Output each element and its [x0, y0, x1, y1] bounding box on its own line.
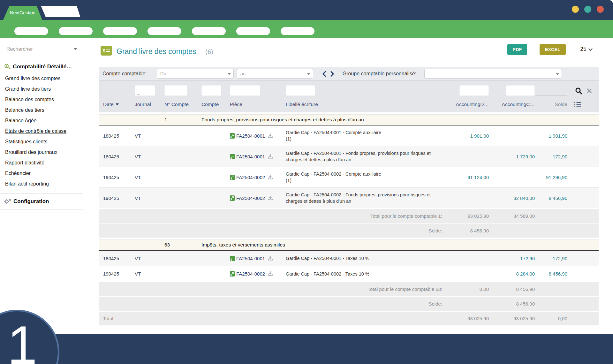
top-header-bar: NextGestion — [0, 0, 613, 20]
column-header-compte[interactable]: Compte — [201, 102, 230, 107]
search-icon[interactable] — [575, 87, 582, 95]
group-header-row: 63 Impôts, taxes et versements assimiles — [99, 239, 599, 251]
total-credit: 8 456,90 — [516, 301, 535, 307]
footer-band — [0, 334, 613, 364]
cell-solde: -172,90 — [551, 256, 567, 261]
nav-pill[interactable] — [192, 27, 226, 35]
column-header-ncompte[interactable]: N° Compte — [164, 102, 201, 107]
piece-link[interactable]: FA2504-0001 — [236, 256, 265, 261]
brand-name: NextGestion — [10, 10, 35, 15]
excel-button[interactable]: EXCEL — [540, 44, 566, 55]
table-row[interactable]: 190425 VT $ FA2504-0002 Gardie Cap - FA2… — [99, 187, 599, 208]
column-header-solde[interactable]: Solde — [555, 102, 567, 107]
cell-solde: -8 456,90 — [547, 271, 567, 277]
total-label: Total pour le compte comptable 1: — [370, 213, 447, 219]
sidebar-item-balance-des-tiers[interactable]: Balance des tiers — [0, 105, 83, 115]
libelle-filter-input[interactable] — [286, 85, 315, 96]
next-account-button[interactable] — [330, 71, 334, 77]
window-dot[interactable] — [597, 6, 604, 13]
table-groups: 1 Fonds propres, provisions pour risques… — [99, 114, 599, 311]
compte-filter-input[interactable] — [201, 85, 221, 96]
pdf-button[interactable]: PDF — [507, 44, 527, 55]
compte-comptable-label: Compte comptable: — [102, 71, 147, 77]
solde-filter-underline[interactable] — [535, 85, 567, 96]
table-row[interactable]: 180425 VT $ FA2504-0001 Gardie Cap - FA2… — [99, 251, 599, 266]
total-credit: 84 569,00 — [513, 213, 535, 219]
cell-journal: VT — [135, 175, 164, 180]
sidebar-item-brouillard-des-journaux[interactable]: Brouillard des journaux — [0, 147, 83, 157]
download-icon[interactable] — [268, 175, 273, 180]
sidebar-item--tats-de-contr-le-de-caisse[interactable]: États de contrôle de caisse — [0, 126, 83, 136]
table-row[interactable]: 180425 VT $ FA2504-0001 Gardie Cap - FA2… — [99, 125, 599, 146]
sidebar-item-ech-ancier[interactable]: Echéancier — [0, 168, 83, 178]
sidebar-item-grand-livre-des-tiers[interactable]: Grand livre des tiers — [0, 84, 83, 94]
column-header-libelle[interactable]: Libellé écriture — [286, 102, 447, 107]
sidebar-item-rapport-d-activit-[interactable]: Rapport d'activité — [0, 157, 83, 168]
table-row[interactable]: 190425 VT $ FA2504-0002 Gardie Cap - FA2… — [99, 266, 599, 281]
cell-journal: VT — [135, 256, 164, 261]
sidebar-item-bilan-actif-reporting[interactable]: Bilan actif reporting — [0, 178, 83, 189]
sidebar-item-balance-des-comptes[interactable]: Balance des comptes — [0, 94, 83, 105]
credit-filter-input[interactable] — [506, 85, 535, 96]
sort-caret-icon — [116, 103, 119, 105]
nav-pill[interactable] — [14, 27, 48, 35]
sidebar-item-statistiques-clients[interactable]: Statistiques clients — [0, 136, 83, 147]
piece-link[interactable]: FA2504-0002 — [236, 175, 265, 180]
cell-date: 190425 — [103, 175, 135, 180]
nav-pill[interactable] — [148, 27, 181, 35]
compte-to-select[interactable]: au — [237, 69, 313, 79]
piece-link[interactable]: FA2504-0001 — [236, 154, 265, 159]
cell-journal: VT — [135, 133, 164, 139]
page-number: 1 — [7, 318, 37, 364]
window-dot[interactable] — [572, 6, 579, 13]
download-icon[interactable] — [268, 133, 273, 138]
nav-pill[interactable] — [281, 27, 314, 35]
column-header-credit[interactable]: AccountingC… — [502, 102, 535, 107]
chevron-down-icon — [228, 73, 231, 75]
compte-from-select[interactable]: Du — [157, 69, 234, 79]
download-icon[interactable] — [268, 271, 273, 276]
window-dot[interactable] — [584, 6, 591, 13]
ncompte-filter-input[interactable] — [164, 85, 187, 96]
sidebar-item-balance-ag-e[interactable]: Balance Agée — [0, 115, 83, 126]
piece-link[interactable]: FA2504-0002 — [236, 195, 265, 201]
journal-filter-input[interactable]: _ — [135, 85, 155, 96]
cell-journal: VT — [135, 154, 164, 159]
piece-link[interactable]: FA2504-0002 — [236, 271, 265, 277]
download-icon[interactable] — [268, 256, 273, 261]
cell-debit: 1 901,90 — [470, 133, 489, 139]
download-icon[interactable] — [268, 154, 273, 159]
table-row[interactable]: 180425 VT $ FA2504-0001 Gardie Cap - FA2… — [99, 146, 599, 167]
nav-pill[interactable] — [59, 27, 93, 35]
cell-piece: $ FA2504-0002 — [230, 175, 286, 180]
piece-link[interactable]: FA2504-0001 — [236, 133, 265, 139]
total-label: Solde: — [428, 301, 447, 307]
clear-filter-icon[interactable] — [587, 88, 592, 93]
sidebar-item-grand-livre-des-comptes[interactable]: Grand livre des comptes — [0, 73, 83, 84]
prev-account-button[interactable] — [322, 71, 326, 77]
cell-piece: $ FA2504-0002 — [230, 271, 286, 277]
column-header-journal[interactable]: Journal — [135, 102, 164, 107]
table-row[interactable]: 190425 VT $ FA2504-0002 Gardie Cap - FA2… — [99, 167, 599, 187]
groupe-comptable-select[interactable] — [424, 69, 562, 79]
page-size-select[interactable]: 25 — [575, 45, 597, 55]
sidebar-search[interactable]: Rechercher — [6, 44, 78, 55]
piece-filter-input[interactable] — [230, 85, 260, 96]
sidebar-item-configuration[interactable]: Configuration — [0, 198, 83, 205]
brand-logo-tab[interactable]: NextGestion — [3, 6, 42, 20]
sidebar-divider — [0, 193, 83, 194]
cell-credit: 1 729,00 — [516, 154, 535, 159]
grand-total-debit: 93 025,90 — [467, 316, 489, 321]
column-header-piece[interactable]: Pièce — [230, 102, 286, 107]
column-header-date[interactable]: Date — [103, 102, 135, 107]
download-icon[interactable] — [268, 196, 273, 201]
column-list-icon[interactable] — [567, 102, 599, 107]
cell-date: 190425 — [103, 195, 135, 201]
total-label: Total pour le compte comptable 63: — [368, 286, 447, 292]
column-header-debit[interactable]: AccountingD… — [456, 102, 489, 107]
cell-libelle: Gardie Cap - FA2504-0002 - Fonds propres… — [286, 192, 447, 204]
nav-pill[interactable] — [103, 27, 137, 35]
cell-journal: VT — [135, 271, 164, 277]
nav-pill[interactable] — [236, 27, 270, 35]
debit-filter-input[interactable] — [459, 85, 489, 96]
